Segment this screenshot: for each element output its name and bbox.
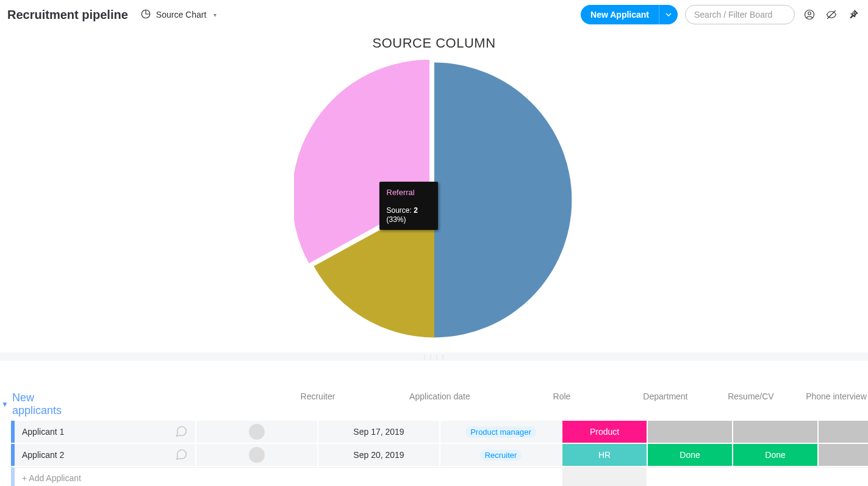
board-title[interactable]: Recruitment pipeline <box>7 8 128 22</box>
applicant-name: Applicant 2 <box>22 450 64 460</box>
group-collapse-icon[interactable]: ▼ <box>1 400 9 409</box>
pie-chart[interactable]: Referral Source: 2 (33%) <box>294 60 575 340</box>
date-cell[interactable]: Sep 17, 2019 <box>318 421 439 443</box>
eye-off-icon[interactable] <box>824 7 839 22</box>
add-applicant-input[interactable]: + Add Applicant <box>11 467 195 486</box>
resize-handle[interactable]: ⋮⋮⋮⋮ <box>0 352 868 361</box>
group-name[interactable]: New applicants <box>12 391 62 417</box>
new-applicant-button-group: New Applicant <box>581 5 678 24</box>
phone-cell[interactable] <box>733 421 817 443</box>
role-cell[interactable]: Product manager <box>440 421 561 443</box>
chat-icon[interactable] <box>174 424 188 440</box>
table-row: Applicant 1 Sep 17, 2019 Product manager… <box>11 421 868 443</box>
chat-icon[interactable] <box>174 448 188 463</box>
view-switcher[interactable]: Source Chart ▾ <box>135 6 221 24</box>
chevron-down-icon: ▾ <box>213 12 217 18</box>
inperson-cell[interactable] <box>819 444 868 466</box>
date-cell[interactable]: Sep 20, 2019 <box>318 444 439 466</box>
add-applicant-row[interactable]: + Add Applicant <box>11 467 868 486</box>
recruiter-cell[interactable] <box>196 444 317 466</box>
col-phone[interactable]: Phone interview <box>794 391 868 401</box>
view-name: Source Chart <box>156 10 206 20</box>
svg-point-2 <box>808 12 811 15</box>
columns-header: Recruiter Application date Role Departme… <box>62 391 868 401</box>
pie-slice-online-job-board[interactable] <box>434 63 572 338</box>
chart-title: SOURCE COLUMN <box>0 35 868 51</box>
table-row: Applicant 2 Sep 20, 2019 Recruiter HR Do… <box>11 444 868 466</box>
new-applicant-button[interactable]: New Applicant <box>581 5 659 24</box>
inperson-cell[interactable] <box>819 421 868 443</box>
applicant-name: Applicant 1 <box>22 427 64 437</box>
col-resume[interactable]: Resume/CV <box>708 391 794 401</box>
row-name-cell[interactable]: Applicant 2 <box>11 444 195 466</box>
role-cell[interactable]: Recruiter <box>440 444 561 466</box>
row-name-cell[interactable]: Applicant 1 <box>11 421 195 443</box>
tooltip-label: Referral <box>387 188 431 197</box>
resume-cell[interactable]: Done <box>648 444 732 466</box>
new-applicant-dropdown[interactable] <box>659 5 678 24</box>
col-recruiter[interactable]: Recruiter <box>257 391 379 401</box>
department-cell[interactable]: HR <box>562 444 647 466</box>
pie-chart-icon <box>140 9 151 21</box>
department-cell[interactable]: Product <box>562 421 647 443</box>
recruiter-cell[interactable] <box>196 421 317 443</box>
phone-cell[interactable]: Done <box>733 444 817 466</box>
person-icon[interactable] <box>802 7 817 22</box>
chart-tooltip: Referral Source: 2 (33%) <box>379 182 438 230</box>
search-input[interactable]: Search / Filter Board <box>685 5 795 24</box>
col-role[interactable]: Role <box>501 391 623 401</box>
resume-cell[interactable] <box>648 421 732 443</box>
col-application-date[interactable]: Application date <box>379 391 501 401</box>
col-department[interactable]: Department <box>623 391 708 401</box>
avatar <box>249 424 265 440</box>
pin-icon[interactable] <box>846 7 861 22</box>
avatar <box>249 447 265 463</box>
